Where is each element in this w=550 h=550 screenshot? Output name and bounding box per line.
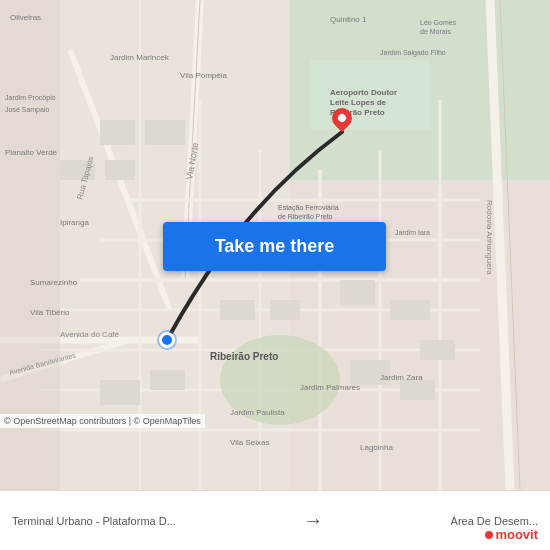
moovit-text: moovit xyxy=(495,527,538,542)
svg-text:Jardim Iara: Jardim Iara xyxy=(395,229,430,236)
svg-text:Avenida do Café: Avenida do Café xyxy=(60,330,120,339)
destination-info: Área De Desem... xyxy=(451,515,538,527)
svg-text:José Sampaio: José Sampaio xyxy=(5,106,49,114)
svg-rect-29 xyxy=(105,160,135,180)
svg-rect-27 xyxy=(145,120,185,145)
map-attribution: © OpenStreetMap contributors | © OpenMap… xyxy=(0,414,205,428)
svg-text:Jardim Zara: Jardim Zara xyxy=(380,373,423,382)
svg-rect-30 xyxy=(220,300,255,320)
svg-rect-38 xyxy=(400,380,435,400)
svg-text:Estação Ferroviária: Estação Ferroviária xyxy=(278,204,339,212)
map-container: Via Norte Rua Tapajos Avenida do Café Av… xyxy=(0,0,550,490)
svg-rect-35 xyxy=(100,380,140,405)
svg-text:Jardim Salgado Filho: Jardim Salgado Filho xyxy=(380,49,446,57)
svg-rect-33 xyxy=(390,300,430,320)
svg-rect-31 xyxy=(270,300,300,320)
svg-text:Sumarezinho: Sumarezinho xyxy=(30,278,78,287)
svg-text:de Morais: de Morais xyxy=(420,28,451,35)
svg-text:Planalto Verde: Planalto Verde xyxy=(5,148,58,157)
destination-label: Área De Desem... xyxy=(451,515,538,527)
svg-text:Leite Lopes de: Leite Lopes de xyxy=(330,98,387,107)
svg-text:Vila Tibério: Vila Tibério xyxy=(30,308,70,317)
bottom-bar: Terminal Urbano - Plataforma D... → Área… xyxy=(0,490,550,550)
svg-text:Jardim Marincek: Jardim Marincek xyxy=(110,53,170,62)
moovit-dot-icon xyxy=(485,531,493,539)
svg-text:Jardim Palmares: Jardim Palmares xyxy=(300,383,360,392)
svg-text:Quintino 1: Quintino 1 xyxy=(330,15,367,24)
svg-rect-34 xyxy=(420,340,455,360)
svg-text:Aeroporto Doutor: Aeroporto Doutor xyxy=(330,88,397,97)
arrow-icon: → xyxy=(303,509,323,532)
svg-text:Lagoinha: Lagoinha xyxy=(360,443,393,452)
svg-rect-36 xyxy=(150,370,185,390)
svg-text:Jardim Procópio: Jardim Procópio xyxy=(5,94,56,102)
svg-text:Oliveiras: Oliveiras xyxy=(10,13,41,22)
svg-rect-26 xyxy=(100,120,135,145)
svg-text:Ribeirão Preto: Ribeirão Preto xyxy=(210,351,278,362)
svg-text:Vila Pompéia: Vila Pompéia xyxy=(180,71,228,80)
origin-marker xyxy=(159,332,175,348)
svg-text:Rodovia Anhanguera: Rodovia Anhanguera xyxy=(485,200,494,275)
origin-info: Terminal Urbano - Plataforma D... xyxy=(12,515,176,527)
svg-text:Vila Seixas: Vila Seixas xyxy=(230,438,269,447)
svg-text:Jardim Paulista: Jardim Paulista xyxy=(230,408,285,417)
svg-rect-32 xyxy=(340,280,375,305)
svg-text:Ipiranga: Ipiranga xyxy=(60,218,89,227)
origin-label: Terminal Urbano - Plataforma D... xyxy=(12,515,176,527)
moovit-logo: moovit xyxy=(485,527,538,542)
take-me-there-button[interactable]: Take me there xyxy=(163,222,386,271)
svg-text:Léo Gomes: Léo Gomes xyxy=(420,19,457,26)
svg-text:de Ribeirão Preto: de Ribeirão Preto xyxy=(278,213,333,220)
